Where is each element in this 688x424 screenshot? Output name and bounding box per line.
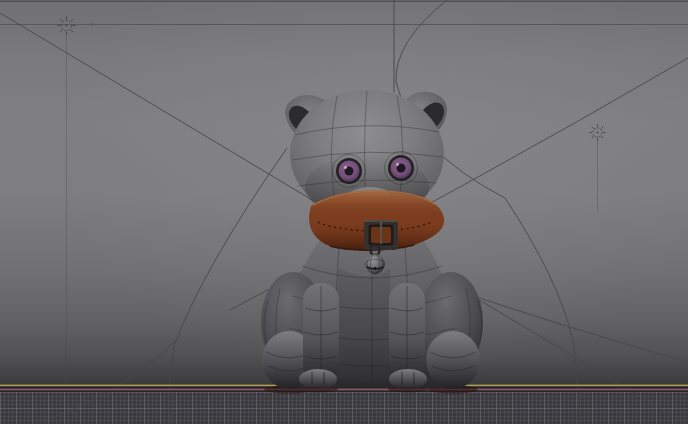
scene-overlay xyxy=(0,0,688,424)
gizmo-center-dot xyxy=(597,132,599,134)
light-gizmo-right[interactable] xyxy=(590,125,606,141)
kitten-model[interactable] xyxy=(261,90,483,389)
eye-highlight-left xyxy=(344,166,347,169)
gizmo-center-dot xyxy=(65,24,67,26)
eye-highlight-right xyxy=(396,163,399,166)
buckle xyxy=(364,220,398,250)
guide-diagonal-right xyxy=(230,58,688,310)
bell-hole xyxy=(374,267,377,270)
light-gizmo-left[interactable] xyxy=(58,17,76,35)
hind-foot-right xyxy=(426,331,480,389)
guide-arc-left xyxy=(169,148,287,424)
guide-arc-left-bottom xyxy=(36,340,176,423)
front-paw-left xyxy=(299,369,337,389)
horizon-dot xyxy=(91,23,94,26)
workplane-edge-red xyxy=(0,389,688,391)
eye-right xyxy=(388,155,414,181)
eye-left xyxy=(336,158,362,184)
workplane-edge-gap2 xyxy=(0,391,688,393)
front-paw-right xyxy=(389,369,427,389)
viewport[interactable] xyxy=(0,0,688,424)
